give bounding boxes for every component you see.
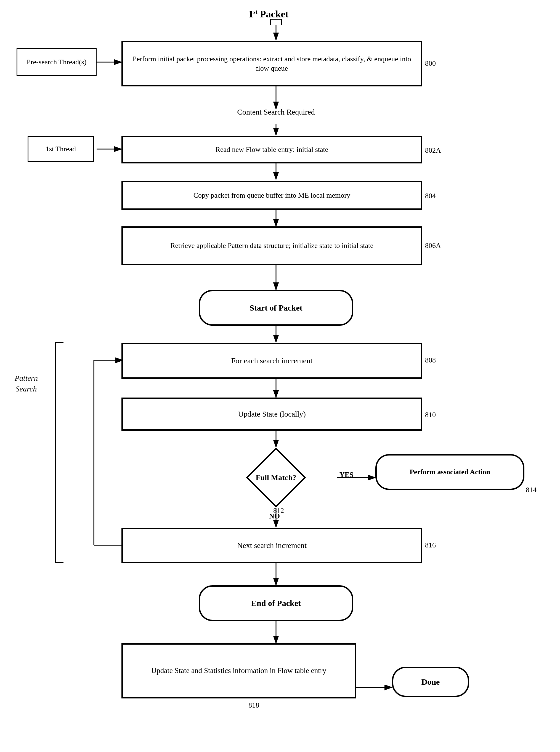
box-816: Next search increment	[121, 528, 422, 563]
ref-814: 814	[526, 486, 537, 494]
start-of-packet: Start of Packet	[199, 290, 353, 326]
packet-label: 1st 1st PacketPacket	[248, 8, 288, 20]
box-810: Update State (locally)	[121, 398, 422, 431]
pre-search-thread-label: Pre-search Thread(s)	[17, 48, 97, 76]
box-808: For each search increment	[121, 343, 422, 379]
diamond-shape: Full Match?	[246, 447, 306, 508]
content-search-label: Content Search Required	[193, 108, 359, 117]
yes-label: YES	[339, 471, 354, 479]
box-802: Read new Flow table entry: initial state	[121, 136, 422, 163]
top-arrow	[270, 19, 282, 25]
box-818: Update State and Statistics information …	[121, 643, 356, 698]
ref-802: 802A	[425, 146, 441, 155]
no-label: NO	[269, 512, 280, 520]
pattern-search-label: PatternSearch	[8, 373, 44, 394]
box-804: Copy packet from queue buffer into ME lo…	[121, 181, 422, 210]
box-800: Perform initial packet processing operat…	[121, 41, 422, 86]
ref-808: 808	[425, 356, 436, 364]
first-thread-label: 1st Thread	[27, 136, 94, 162]
ref-816: 816	[425, 541, 436, 549]
ref-810: 810	[425, 411, 436, 419]
diagram-container: 1st 1st PacketPacket Pre-search Thread(s…	[0, 0, 560, 752]
diamond-812: Full Match?	[215, 447, 337, 508]
box-806: Retrieve applicable Pattern data structu…	[121, 226, 422, 265]
action-814: Perform associated Action	[375, 454, 524, 490]
ref-804: 804	[425, 192, 436, 200]
ref-800: 800	[425, 59, 436, 67]
end-of-packet: End of Packet	[199, 585, 353, 621]
ref-806: 806A	[425, 241, 441, 250]
ref-818: 818	[248, 701, 259, 710]
pattern-search-bracket	[55, 342, 63, 563]
diamond-label: Full Match?	[256, 473, 296, 482]
done-pill: Done	[392, 667, 469, 697]
